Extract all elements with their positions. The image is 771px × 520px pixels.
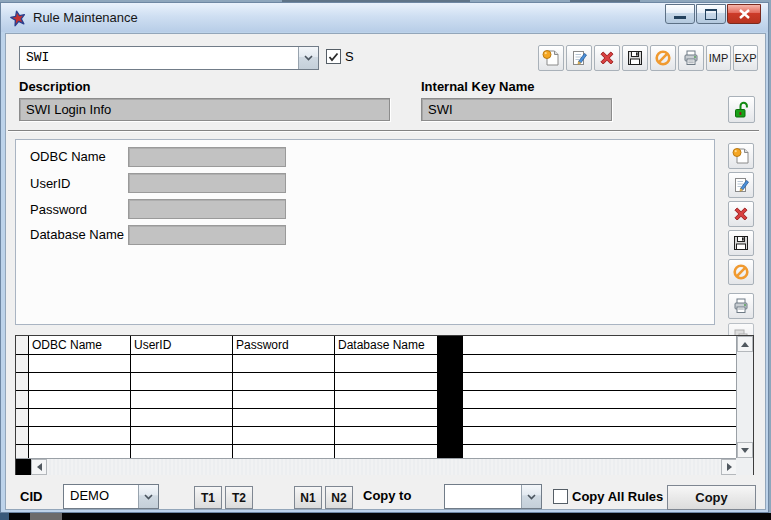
grid-header-password: Password	[233, 336, 335, 354]
side-delete-button[interactable]	[728, 201, 754, 227]
internal-key-name-label: Internal Key Name	[421, 79, 534, 94]
n2-button[interactable]: N2	[325, 486, 353, 509]
row-selector-cell[interactable]	[16, 355, 29, 372]
grid-cell[interactable]	[233, 355, 335, 372]
top-toolbar: IMP EXP	[538, 45, 758, 71]
grid-cell[interactable]	[131, 373, 233, 390]
copy-to-dropdown-button[interactable]	[521, 485, 541, 508]
scroll-left-button[interactable]	[31, 459, 47, 475]
internal-key-name-field[interactable]: SWI	[421, 98, 612, 121]
print-icon	[732, 297, 750, 315]
taskbar-fragment	[30, 513, 62, 520]
grid-row[interactable]	[16, 373, 753, 391]
scroll-right-button[interactable]	[721, 459, 737, 475]
odbc-name-input[interactable]	[128, 147, 286, 167]
delete-x-icon	[732, 205, 750, 223]
row-selector-cell[interactable]	[16, 427, 29, 444]
copy-to-combobox[interactable]	[444, 484, 542, 509]
cancel-button[interactable]	[650, 45, 676, 71]
row-selector-cell[interactable]	[16, 373, 29, 390]
grid-cell[interactable]	[233, 373, 335, 390]
grid-row[interactable]	[16, 355, 753, 373]
grid-cell-filler	[462, 391, 753, 408]
t1-button[interactable]: T1	[194, 486, 222, 509]
copy-button[interactable]: Copy	[667, 485, 756, 510]
s-checkbox[interactable]: S	[326, 49, 354, 64]
grid-cell[interactable]	[29, 391, 131, 408]
grid-cell[interactable]	[131, 409, 233, 426]
minimize-button[interactable]	[665, 4, 695, 24]
copy-all-rules-checkbox[interactable]: Copy All Rules	[553, 489, 663, 504]
grid-cell[interactable]	[29, 409, 131, 426]
scroll-up-button[interactable]	[737, 336, 753, 352]
unlock-button[interactable]	[728, 96, 755, 123]
edit-button[interactable]	[566, 45, 592, 71]
scrollbar-corner	[736, 458, 753, 475]
grid-row[interactable]	[16, 427, 753, 445]
copy-to-value	[445, 485, 521, 508]
cid-dropdown-button[interactable]	[138, 485, 158, 508]
new-button[interactable]	[538, 45, 564, 71]
window-title: Rule Maintenance	[33, 10, 138, 25]
t2-button[interactable]: T2	[225, 486, 253, 509]
grid-cell[interactable]	[233, 409, 335, 426]
description-label: Description	[19, 79, 91, 94]
maximize-button[interactable]	[696, 4, 726, 24]
side-print-button[interactable]	[728, 293, 754, 319]
rule-maintenance-window: Rule Maintenance SWI	[0, 2, 769, 513]
rule-select-value: SWI	[20, 47, 298, 69]
rule-select-combobox[interactable]: SWI	[19, 46, 319, 70]
save-floppy-icon	[732, 234, 750, 252]
password-label: Password	[30, 202, 87, 217]
print-button[interactable]	[678, 45, 704, 71]
checkbox-box	[326, 49, 341, 64]
delete-x-icon	[598, 49, 616, 67]
description-field[interactable]: SWI Login Info	[19, 98, 390, 121]
grid-cell[interactable]	[29, 355, 131, 372]
grid-cell-filler	[462, 427, 753, 444]
chevron-down-icon	[144, 494, 153, 500]
grid-cell[interactable]	[29, 427, 131, 444]
arrow-left-icon	[37, 463, 42, 471]
grid-cell[interactable]	[131, 355, 233, 372]
grid-cell[interactable]	[233, 427, 335, 444]
grid-horizontal-scrollbar[interactable]	[16, 458, 737, 475]
chevron-down-icon	[527, 494, 536, 500]
save-button[interactable]	[622, 45, 648, 71]
import-button[interactable]: IMP	[706, 45, 731, 71]
userid-input[interactable]	[128, 173, 286, 193]
grid-cell[interactable]	[29, 373, 131, 390]
close-button[interactable]	[727, 4, 761, 24]
unlock-icon	[732, 100, 752, 120]
userid-label: UserID	[30, 176, 70, 191]
grid-cell[interactable]	[131, 391, 233, 408]
rule-select-dropdown-button[interactable]	[298, 47, 318, 69]
scroll-down-button[interactable]	[737, 442, 753, 458]
grid-header-selector	[16, 336, 29, 354]
odbc-name-label: ODBC Name	[30, 149, 106, 164]
side-save-button[interactable]	[728, 230, 754, 256]
titlebar: Rule Maintenance	[1, 3, 768, 32]
delete-button[interactable]	[594, 45, 620, 71]
arrow-down-icon	[741, 448, 749, 453]
detail-panel: ODBC Name UserID Password Database Name	[15, 139, 715, 325]
side-cancel-button[interactable]	[728, 259, 754, 285]
cid-combobox[interactable]: DEMO	[63, 484, 159, 509]
s-checkbox-label: S	[345, 49, 354, 64]
n1-button[interactable]: N1	[294, 486, 322, 509]
side-edit-button[interactable]	[728, 172, 754, 198]
grid-cell[interactable]	[131, 427, 233, 444]
grid-row[interactable]	[16, 391, 753, 409]
export-button[interactable]: EXP	[733, 45, 758, 71]
grid-row[interactable]	[16, 409, 753, 427]
edit-pencil-icon	[732, 176, 750, 194]
password-input[interactable]	[128, 199, 286, 219]
scrollbar-track[interactable]	[47, 459, 721, 475]
row-selector-cell[interactable]	[16, 409, 29, 426]
row-selector-cell[interactable]	[16, 391, 29, 408]
grid-cell[interactable]	[233, 391, 335, 408]
database-name-input[interactable]	[128, 225, 286, 245]
grid-vertical-scrollbar[interactable]	[736, 336, 753, 458]
screen: Rule Maintenance SWI	[0, 0, 771, 520]
side-new-button[interactable]	[728, 143, 754, 169]
